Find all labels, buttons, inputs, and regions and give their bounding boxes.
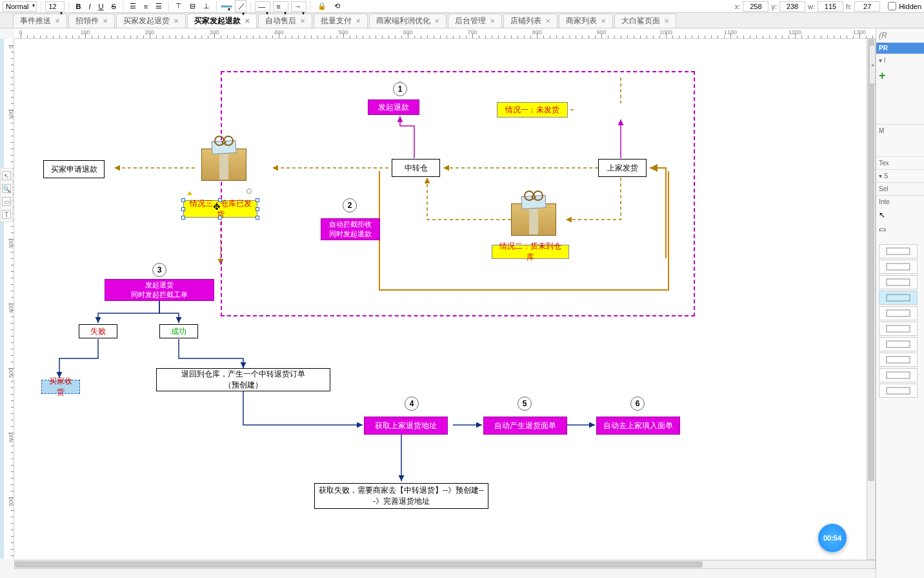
node-auto-fill-sheet[interactable]: 自动去上家填入面单 (596, 417, 680, 435)
select-rect-icon[interactable]: ▭ (876, 222, 924, 236)
sidebar-section-interactions[interactable]: ▾ I (876, 54, 924, 67)
strike-button[interactable]: S (108, 1, 118, 12)
close-icon[interactable]: ✕ (300, 17, 305, 25)
node-seller-ship[interactable]: 上家发货 (598, 159, 647, 177)
node-buyer-receive[interactable]: 买家收货 (41, 380, 80, 394)
page-tab-8[interactable]: 店铺列表✕ (503, 14, 557, 28)
lock-button[interactable]: 🔒 (315, 1, 329, 12)
page-tab-1[interactable]: 招領件✕ (68, 14, 115, 28)
canvas-viewport[interactable]: 1 2 3 4 5 6 买家申请退款 情况三：仓库已发货 ✥ 发起退款 情况一：… (14, 39, 876, 559)
stencil-rect2[interactable] (879, 260, 918, 274)
sel-handle-s[interactable] (218, 216, 222, 220)
fontsize-dropdown[interactable]: 12 (45, 1, 65, 12)
node-get-addr-fail[interactable]: 获取失败，需要商家去【中转退货】--》预创建---》完善退货地址 (314, 483, 488, 509)
x-value[interactable]: 258 (743, 1, 768, 12)
stencil-rect6[interactable] (879, 337, 918, 351)
stencil-rect3[interactable] (879, 275, 918, 289)
reset-button[interactable]: ⟲ (332, 1, 343, 12)
add-icon[interactable]: + (876, 67, 924, 85)
node-case3-selected[interactable]: 情况三：仓库已发货 (183, 200, 257, 218)
node-gen-return-sheet[interactable]: 自动产生退货面单 (483, 417, 567, 435)
node-initiate-return[interactable]: 发起退货 同时发起拦截工单 (105, 279, 214, 301)
node-initiate-refund[interactable]: 发起退款 (368, 99, 419, 115)
step-circle-1[interactable]: 1 (393, 82, 407, 96)
close-icon[interactable]: ✕ (601, 17, 606, 25)
recording-time-badge[interactable]: 00:54 (818, 524, 847, 552)
align-center-button[interactable]: ≡ (141, 1, 150, 12)
page-tab-0[interactable]: 事件推送✕ (13, 14, 67, 28)
node-get-seller-addr[interactable]: 获取上家退货地址 (364, 417, 448, 435)
pointer-tool-icon[interactable]: ↖ (2, 171, 11, 180)
line-color-dropdown[interactable]: ／ (235, 0, 246, 12)
style-dropdown[interactable]: Normal (3, 1, 37, 12)
node-transfer-warehouse[interactable]: 中转仓 (392, 159, 440, 177)
square-tool-icon[interactable]: ▭ (2, 197, 11, 206)
package-icon-1[interactable] (195, 136, 253, 181)
stencil-rect4[interactable] (879, 306, 918, 320)
hidden-checkbox[interactable]: Hidden (888, 2, 921, 10)
close-icon[interactable]: ✕ (55, 17, 60, 25)
page-tab-5[interactable]: 批量支付✕ (314, 14, 368, 28)
node-success[interactable]: 成功 (159, 324, 198, 338)
page-tab-9[interactable]: 商家列表✕ (559, 14, 613, 28)
node-case1[interactable]: 情况一：未发货 (497, 102, 568, 118)
close-icon[interactable]: ✕ (245, 17, 250, 25)
align-right-button[interactable]: ☰ (153, 1, 165, 12)
italic-button[interactable]: I (86, 1, 93, 12)
search-tool-icon[interactable]: 🔍 (2, 184, 11, 193)
step-circle-2[interactable]: 2 (343, 198, 357, 212)
valign-mid-button[interactable]: ⊟ (187, 1, 198, 12)
close-icon[interactable]: ✕ (545, 17, 550, 25)
page-tab-3[interactable]: 买家发起退款✕ (187, 14, 257, 28)
sel-handle-sw[interactable] (181, 216, 185, 220)
sidebar-section-s[interactable]: ▾ S (876, 169, 924, 182)
align-left-button[interactable]: ☰ (127, 1, 139, 12)
sel-handle-ne[interactable] (256, 198, 259, 202)
sel-handle-nw[interactable] (181, 198, 185, 202)
y-value[interactable]: 238 (779, 1, 805, 12)
node-buyer-refund-request[interactable]: 买家申请退款 (43, 160, 105, 178)
close-icon[interactable]: ✕ (490, 17, 495, 25)
page-tab-10[interactable]: 大白鲨页面✕ (614, 14, 676, 28)
package-icon-2[interactable] (505, 191, 563, 236)
stencil-rect7[interactable] (879, 353, 918, 367)
close-icon[interactable]: ✕ (664, 17, 669, 25)
line-weight-dropdown[interactable]: ≡ (273, 1, 288, 12)
stencil-rect[interactable] (879, 244, 918, 258)
step-circle-3[interactable]: 3 (152, 263, 166, 277)
vertical-scrollbar[interactable] (867, 39, 876, 560)
close-icon[interactable]: ✕ (434, 17, 439, 25)
arrow-dropdown[interactable]: → (291, 1, 306, 12)
text-tool-icon[interactable]: T (2, 210, 11, 219)
node-auto-intercept-reject[interactable]: 自动拦截拒收 同时发起退款 (321, 218, 380, 240)
node-fail[interactable]: 失败 (79, 324, 117, 338)
valign-top-button[interactable]: ⊤ (173, 1, 185, 12)
underline-button[interactable]: U (95, 1, 106, 12)
step-circle-6[interactable]: 6 (630, 397, 645, 411)
page-tab-2[interactable]: 买家发起退货✕ (116, 14, 186, 28)
sel-handle-se[interactable] (256, 216, 259, 220)
stencil-rect8[interactable] (879, 368, 918, 382)
sidebar-pr-tab[interactable]: PR (876, 43, 924, 54)
sel-handle-e[interactable] (256, 207, 259, 211)
w-value[interactable]: 115 (818, 1, 843, 12)
sel-handle-n[interactable] (218, 198, 222, 202)
stencil-rect9[interactable] (879, 384, 918, 398)
line-style-dropdown[interactable]: — (255, 1, 270, 12)
node-return-wh-preorder[interactable]: 退回到仓库，产生一个中转退货订单 （预创建） (156, 368, 330, 391)
page-tab-6[interactable]: 商家端利润优化✕ (369, 14, 447, 28)
sel-rotate-handle[interactable] (246, 189, 252, 194)
close-icon[interactable]: ✕ (356, 17, 361, 25)
sel-handle-w[interactable] (181, 207, 185, 211)
step-circle-4[interactable]: 4 (405, 397, 419, 411)
node-case2[interactable]: 情况二：货未到仓库 (492, 245, 569, 259)
pointer-icon[interactable]: ↖ (876, 208, 924, 222)
valign-bot-button[interactable]: ⊥ (201, 1, 212, 12)
page-tab-7[interactable]: 后台管理✕ (448, 14, 502, 28)
sidebar-collapse-handle[interactable]: ◂ (869, 45, 876, 84)
bold-button[interactable]: B (73, 1, 83, 12)
stencil-label[interactable] (879, 291, 918, 305)
stencil-rect5[interactable] (879, 322, 918, 336)
diagram-canvas[interactable]: 1 2 3 4 5 6 买家申请退款 情况三：仓库已发货 ✥ 发起退款 情况一：… (14, 39, 876, 559)
fill-color-dropdown[interactable] (221, 5, 232, 8)
